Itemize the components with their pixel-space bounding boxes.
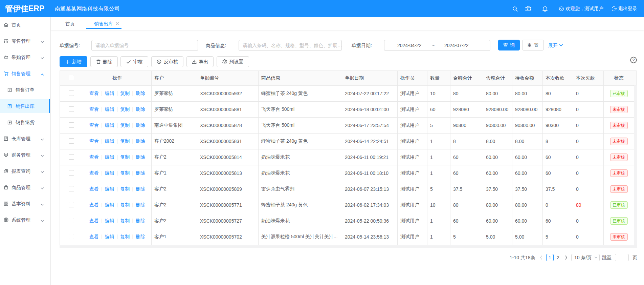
svg-text:?: ? (632, 58, 635, 62)
